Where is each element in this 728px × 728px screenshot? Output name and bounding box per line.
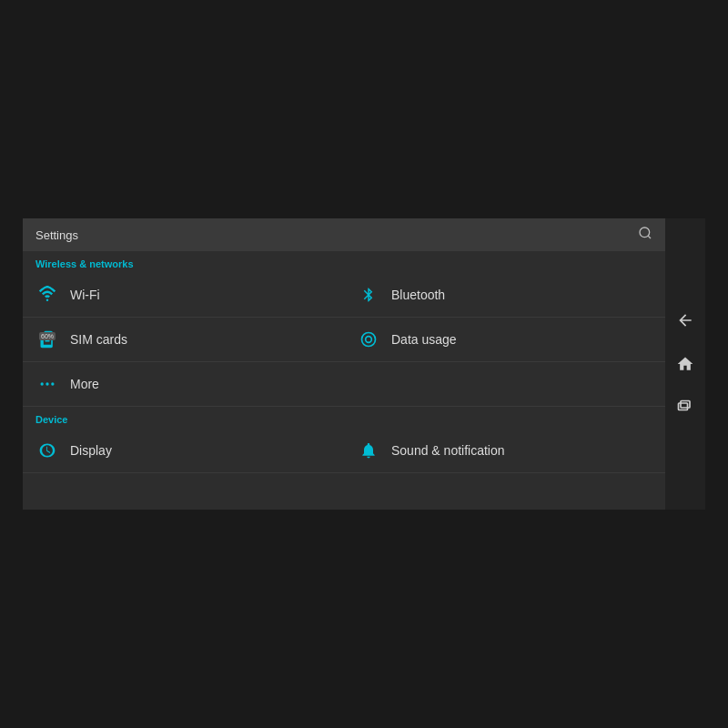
setting-item-bluetooth[interactable]: Bluetooth [344, 273, 665, 318]
section-header-device: Device [23, 407, 665, 429]
navbar [665, 218, 705, 510]
display-label: Display [70, 443, 112, 458]
setting-item-display[interactable]: Display [23, 429, 344, 473]
section-header-wireless: Wireless & networks [23, 251, 665, 273]
screen-wrapper: Settings Wireless & networks [0, 0, 728, 728]
recents-button[interactable] [676, 399, 694, 417]
settings-body: Wireless & networks Wi-Fi [23, 251, 665, 510]
setting-item-wifi[interactable]: Wi-Fi [23, 273, 344, 318]
svg-point-0 [640, 228, 650, 238]
display-icon [37, 441, 57, 460]
svg-point-8 [51, 382, 54, 385]
home-button[interactable] [676, 355, 694, 373]
bluetooth-label: Bluetooth [391, 288, 445, 302]
battery-badge: 60% [39, 332, 56, 340]
sim-label: SIM cards [70, 332, 127, 347]
sound-label: Sound & notification [391, 443, 505, 458]
bluetooth-icon [359, 286, 379, 304]
more-grid: More [23, 362, 665, 407]
page-title: Settings [35, 228, 78, 242]
tablet-screen: Settings Wireless & networks [23, 218, 705, 510]
back-button[interactable] [676, 311, 694, 329]
svg-rect-9 [679, 403, 688, 410]
svg-point-2 [46, 299, 49, 302]
svg-point-7 [46, 382, 48, 385]
setting-item-sim[interactable]: 60% SIM cards [23, 318, 344, 362]
data-icon [359, 330, 379, 349]
setting-item-more[interactable]: More [23, 362, 344, 407]
main-content: Settings Wireless & networks [23, 218, 665, 510]
setting-item-sound[interactable]: Sound & notification [344, 429, 665, 473]
data-label: Data usage [391, 332, 457, 347]
wireless-grid: Wi-Fi Bluetooth 60% [23, 273, 665, 362]
svg-point-6 [41, 382, 44, 385]
more-icon [37, 375, 57, 393]
svg-line-1 [648, 236, 651, 238]
wifi-icon [37, 286, 57, 304]
svg-point-5 [366, 337, 372, 343]
topbar: Settings [23, 218, 665, 251]
svg-rect-10 [681, 401, 690, 409]
search-icon[interactable] [638, 226, 652, 244]
wifi-label: Wi-Fi [70, 288, 100, 302]
svg-point-4 [362, 333, 376, 347]
device-grid: Display Sound & notification [23, 429, 665, 473]
more-label: More [70, 377, 99, 391]
setting-item-data[interactable]: Data usage [344, 318, 665, 362]
sound-icon [359, 441, 379, 460]
sim-icon: 60% [37, 330, 57, 349]
